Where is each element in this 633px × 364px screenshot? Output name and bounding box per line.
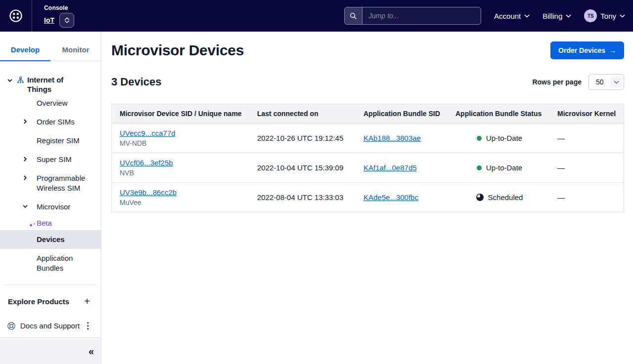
sidebar-divider xyxy=(4,284,97,285)
table-row: UVecc9...cca77d MV-NDB 2022-10-26 UTC 19… xyxy=(112,123,624,153)
device-unique-name: MuVee xyxy=(120,199,243,206)
sidebar-tree: Internet of Things Overview Order SIMs R… xyxy=(0,61,101,278)
sidebar-item-label: Programmable Wireless SIM xyxy=(37,174,85,192)
sidebar-item-beta[interactable]: ✦x Beta xyxy=(0,216,101,230)
bundle-sid-link[interactable]: KAde5e...300fbc xyxy=(363,193,418,202)
sidebar-item-label: Internet of Things xyxy=(27,75,72,94)
main-content: Microvisor Devices Order Devices → 3 Dev… xyxy=(101,32,633,364)
column-header: Application Bundle Status xyxy=(448,104,549,123)
chevron-down-icon xyxy=(566,14,571,18)
sidebar-item-label: Devices xyxy=(37,235,65,243)
device-sid-link[interactable]: UV3e9b...86cc2b xyxy=(120,188,177,197)
sidebar-item-overview[interactable]: Overview xyxy=(0,94,101,113)
sidebar-item-register-sim[interactable]: Register SIM xyxy=(0,131,101,150)
last-connected-value: 2022-08-04 UTC 13:33:03 xyxy=(257,193,350,202)
table-row: UVcf06...3ef25b NVB 2022-10-04 UTC 15:39… xyxy=(112,153,624,183)
twilio-logo-icon xyxy=(9,9,23,23)
sidebar-item-label: Application Bundles xyxy=(37,254,73,272)
jump-to-search xyxy=(344,7,481,25)
bundle-sid-link[interactable]: KAb188...3803ae xyxy=(363,134,421,142)
sidebar-collapse-strip: « xyxy=(0,337,101,364)
last-connected-value: 2022-10-26 UTC 19:12:45 xyxy=(257,134,350,142)
sidebar-item-label: Overview xyxy=(37,99,68,107)
topbar-divider xyxy=(32,0,32,32)
tab-monitor[interactable]: Monitor xyxy=(50,40,101,61)
sidebar-item-microvisor[interactable]: Microvisor xyxy=(0,198,101,216)
column-header: Last connected on xyxy=(249,104,356,123)
column-header: Application Bundle SID xyxy=(356,104,448,123)
product-switcher-link[interactable]: IoT xyxy=(44,16,54,24)
device-unique-name: MV-NDB xyxy=(120,139,243,147)
bundle-sid-link[interactable]: KAf1af...0e87d5 xyxy=(363,163,417,172)
sidebar-item-programmable-wireless-sim[interactable]: Programmable Wireless SIM xyxy=(0,169,101,198)
user-menu[interactable]: TS Tony xyxy=(584,9,625,22)
devices-table: Microvisor Device SID / Unique nameLast … xyxy=(111,104,624,212)
chevron-down-icon xyxy=(64,20,70,23)
arrow-right-icon: → xyxy=(609,46,616,54)
plus-icon: + xyxy=(84,296,90,307)
clock-icon xyxy=(476,194,484,201)
sidebar-item-devices[interactable]: Devices xyxy=(0,230,101,249)
search-icon xyxy=(350,12,357,20)
lifebuoy-icon xyxy=(7,322,16,330)
rows-per-page-label: Rows per page xyxy=(532,78,582,86)
kernel-value: — xyxy=(557,163,618,172)
status-label: Up-to-Date xyxy=(486,163,522,172)
tab-develop[interactable]: Develop xyxy=(0,40,50,61)
column-header: Microvisor Kernel xyxy=(549,104,624,123)
rows-per-page-select[interactable]: 50 xyxy=(588,74,624,90)
chevron-right-icon[interactable] xyxy=(22,175,28,181)
sparkle-icon: ✦x xyxy=(29,219,35,230)
device-unique-name: NVB xyxy=(120,169,243,177)
search-button[interactable] xyxy=(345,7,362,24)
table-header-row: Microvisor Device SID / Unique nameLast … xyxy=(112,104,624,123)
kernel-value: — xyxy=(557,193,618,202)
collapse-sidebar-icon[interactable]: « xyxy=(89,346,94,356)
status-dot-icon xyxy=(477,136,482,141)
last-connected-value: 2022-10-04 UTC 15:39:09 xyxy=(257,163,350,172)
table-body: UVecc9...cca77d MV-NDB 2022-10-26 UTC 19… xyxy=(112,123,624,212)
sidebar-item-order-sims[interactable]: Order SIMs xyxy=(0,113,101,131)
top-bar: Console IoT Account Billing TS xyxy=(0,0,633,32)
account-menu[interactable]: Account xyxy=(494,12,530,20)
billing-menu[interactable]: Billing xyxy=(543,12,571,20)
search-input[interactable] xyxy=(362,7,481,24)
status-label: Scheduled xyxy=(488,193,523,202)
kebab-menu-icon[interactable]: ⋮ xyxy=(82,321,94,331)
sidebar-items: Overview Order SIMs Register SIM Super S… xyxy=(0,94,101,278)
chevron-right-icon[interactable] xyxy=(22,156,28,162)
user-name: Tony xyxy=(600,12,616,20)
twilio-logo[interactable] xyxy=(9,9,32,23)
docs-and-support-label: Docs and Support xyxy=(20,322,82,330)
device-sid-link[interactable]: UVecc9...cca77d xyxy=(120,129,176,137)
explore-products-label: Explore Products xyxy=(8,297,69,306)
chevron-right-icon[interactable] xyxy=(22,119,28,124)
order-devices-button[interactable]: Order Devices → xyxy=(550,41,624,59)
chevron-down-icon[interactable] xyxy=(22,203,28,209)
device-count-heading: 3 Devices xyxy=(111,76,162,88)
account-label: Account xyxy=(494,12,521,20)
table-row: UV3e9b...86cc2b MuVee 2022-08-04 UTC 13:… xyxy=(112,183,624,212)
chevron-down-icon xyxy=(611,77,622,87)
iot-icon xyxy=(17,77,24,86)
docs-and-support[interactable]: Docs and Support ⋮ xyxy=(0,314,101,337)
page-title: Microvisor Devices xyxy=(111,42,244,59)
sidebar-item-label: Register SIM xyxy=(37,136,80,145)
chevron-down-icon xyxy=(524,14,530,18)
sidebar-tabs: Develop Monitor xyxy=(0,40,101,61)
product-switcher-button[interactable] xyxy=(59,13,74,28)
status-dot-icon xyxy=(477,165,482,170)
chevron-down-icon xyxy=(620,14,625,18)
chevron-down-icon[interactable] xyxy=(7,78,13,83)
sidebar-item-internet-of-things[interactable]: Internet of Things xyxy=(0,75,101,94)
sidebar-item-application-bundles[interactable]: Application Bundles xyxy=(0,249,101,278)
sidebar-item-label: Beta xyxy=(37,219,52,227)
device-sid-link[interactable]: UVcf06...3ef25b xyxy=(120,159,173,167)
console-label: Console xyxy=(44,4,74,11)
sidebar-item-super-sim[interactable]: Super SIM xyxy=(0,150,101,169)
sidebar-item-label: Order SIMs xyxy=(37,118,75,126)
column-header: Microvisor Device SID / Unique name xyxy=(112,104,249,123)
console-block: Console IoT xyxy=(44,4,74,28)
explore-products-button[interactable]: Explore Products + xyxy=(0,292,101,311)
avatar: TS xyxy=(584,9,597,22)
